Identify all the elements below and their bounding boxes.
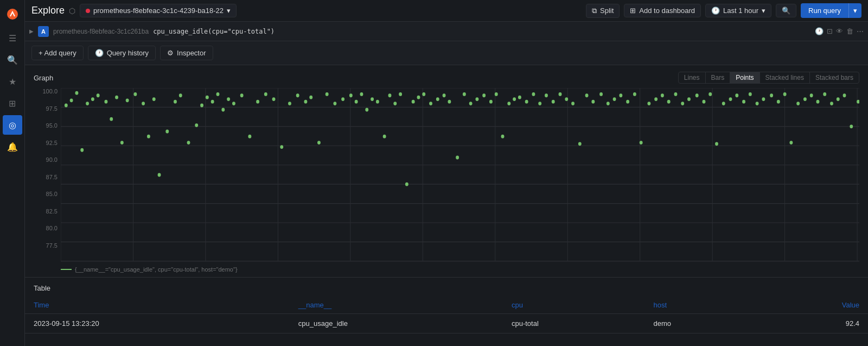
add-dashboard-icon: ⊞ xyxy=(630,7,636,15)
split-button[interactable]: ⧉ Split xyxy=(586,4,620,18)
query-history-button[interactable]: 🕐 Query history xyxy=(88,46,156,60)
svg-point-105 xyxy=(591,100,595,104)
svg-point-55 xyxy=(264,92,267,96)
svg-point-129 xyxy=(756,102,759,105)
table-body: 2023-09-15 13:23:20 cpu_usage_idle cpu-t… xyxy=(25,314,868,334)
svg-point-100 xyxy=(559,92,562,96)
sidebar-explore-icon[interactable]: ◎ xyxy=(3,115,22,135)
svg-point-112 xyxy=(640,141,643,144)
query-delete-icon[interactable]: 🗑 xyxy=(846,27,853,35)
y-label-5: 90.0 xyxy=(34,156,58,163)
svg-point-138 xyxy=(816,100,820,104)
y-label-4: 92.5 xyxy=(34,140,58,146)
run-query-main-button[interactable]: Run query xyxy=(801,3,849,18)
svg-point-30 xyxy=(104,100,107,104)
y-label-10: 77.5 xyxy=(34,242,58,249)
run-query-dropdown-button[interactable]: ▾ xyxy=(849,3,861,18)
col-host[interactable]: host xyxy=(644,297,756,314)
y-label-8: 82.5 xyxy=(34,208,58,215)
svg-point-92 xyxy=(507,102,510,105)
time-range-button[interactable]: 🕐 Last 1 hour ▾ xyxy=(705,4,771,17)
add-dashboard-button[interactable]: ⊞ Add to dashboard xyxy=(624,4,701,17)
svg-point-117 xyxy=(674,92,677,96)
graph-type-bars[interactable]: Bars xyxy=(706,72,731,83)
svg-point-29 xyxy=(97,93,100,97)
table-header-row: Time __name__ cpu host Value xyxy=(25,297,868,314)
svg-point-69 xyxy=(365,108,368,112)
cell-value: 92.4 xyxy=(757,314,868,334)
sidebar-menu-icon[interactable]: ☰ xyxy=(3,28,22,48)
svg-point-97 xyxy=(538,102,541,105)
svg-point-120 xyxy=(695,93,699,97)
run-query-button-group: Run query ▾ xyxy=(801,3,861,18)
y-label-2: 97.5 xyxy=(34,105,58,112)
sidebar-star-icon[interactable]: ★ xyxy=(3,72,22,91)
time-range-chevron-icon: ▾ xyxy=(762,7,765,15)
sidebar-grid-icon[interactable]: ⊞ xyxy=(3,93,22,113)
svg-point-126 xyxy=(735,93,738,97)
svg-point-63 xyxy=(326,92,329,96)
graph-type-buttons: Lines Bars Points Stacked lines Stacked … xyxy=(678,72,859,84)
history-icon: 🕐 xyxy=(95,49,104,57)
share-icon[interactable]: ⬡ xyxy=(69,7,75,15)
cell-name: cpu_usage_idle xyxy=(290,314,503,334)
datasource-name: prometheus-f8ebfeac-3c1c-4239-ba18-22 xyxy=(93,7,224,15)
col-time[interactable]: Time xyxy=(25,297,290,314)
datasource-selector[interactable]: prometheus-f8ebfeac-3c1c-4239-ba18-22 ▾ xyxy=(80,4,237,17)
svg-point-143 xyxy=(850,124,853,128)
svg-point-41 xyxy=(174,100,177,104)
svg-point-67 xyxy=(355,100,358,104)
inspector-button[interactable]: ⚙ Inspector xyxy=(160,46,213,60)
sidebar-search-icon[interactable]: 🔍 xyxy=(3,50,22,70)
svg-point-79 xyxy=(422,92,425,96)
svg-point-40 xyxy=(165,130,169,134)
col-value[interactable]: Value xyxy=(757,297,868,314)
svg-point-142 xyxy=(843,93,846,97)
svg-point-141 xyxy=(837,97,840,101)
chart-container: 100.0 97.5 95.0 92.5 90.0 87.5 85.0 82.5… xyxy=(34,88,859,262)
col-name[interactable]: __name__ xyxy=(290,297,503,314)
query-more-icon[interactable]: ⋯ xyxy=(857,27,864,35)
legend-row: {__name__="cpu_usage_idle", cpu="cpu-tot… xyxy=(34,262,859,277)
svg-point-0 xyxy=(7,9,18,20)
svg-point-114 xyxy=(654,97,658,101)
svg-point-42 xyxy=(179,93,182,97)
main-content: Explore ⬡ prometheus-f8ebfeac-3c1c-4239-… xyxy=(25,0,868,346)
query-history-icon[interactable]: 🕐 xyxy=(815,27,824,35)
graph-type-stacked-lines[interactable]: Stacked lines xyxy=(760,72,810,83)
graph-type-points[interactable]: Points xyxy=(730,72,760,83)
svg-point-123 xyxy=(715,142,718,146)
svg-point-82 xyxy=(443,93,446,97)
y-label-7: 85.0 xyxy=(34,191,58,197)
query-copy-icon[interactable]: ⊡ xyxy=(827,27,833,35)
graph-type-stacked-bars[interactable]: Stacked bars xyxy=(810,72,859,83)
svg-point-91 xyxy=(501,135,505,139)
graph-type-lines[interactable]: Lines xyxy=(679,72,706,83)
sidebar-bell-icon[interactable]: 🔔 xyxy=(3,137,22,156)
query-row-icons: 🕐 ⊡ 👁 🗑 ⋯ xyxy=(815,27,864,35)
y-label-9: 80.0 xyxy=(34,225,58,231)
y-label-3: 95.0 xyxy=(34,122,58,129)
zoom-out-icon: 🔍 xyxy=(782,7,790,15)
toolbar: + Add query 🕐 Query history ⚙ Inspector xyxy=(25,41,868,65)
svg-point-49 xyxy=(221,108,225,112)
svg-point-124 xyxy=(722,102,725,105)
add-query-button[interactable]: + Add query xyxy=(31,46,84,60)
svg-point-72 xyxy=(383,135,386,139)
query-row: ▶ A prometheus-f8ebfeac-3c1c261ba cpu_us… xyxy=(25,22,868,41)
svg-point-111 xyxy=(633,92,636,96)
col-cpu[interactable]: cpu xyxy=(503,297,645,314)
svg-point-28 xyxy=(91,97,94,101)
zoom-out-button[interactable]: 🔍 xyxy=(776,4,796,17)
svg-point-108 xyxy=(613,97,616,101)
query-hide-icon[interactable]: 👁 xyxy=(836,27,843,35)
svg-point-39 xyxy=(158,173,161,177)
svg-point-135 xyxy=(796,102,800,105)
svg-point-51 xyxy=(232,102,235,105)
svg-point-107 xyxy=(607,102,610,105)
svg-point-25 xyxy=(75,91,78,95)
app-logo xyxy=(3,4,22,24)
query-expand-icon[interactable]: ▶ xyxy=(29,28,34,34)
table-section: Table Time __name__ cpu host Value 2023-… xyxy=(25,278,868,346)
split-icon: ⧉ xyxy=(592,7,597,15)
